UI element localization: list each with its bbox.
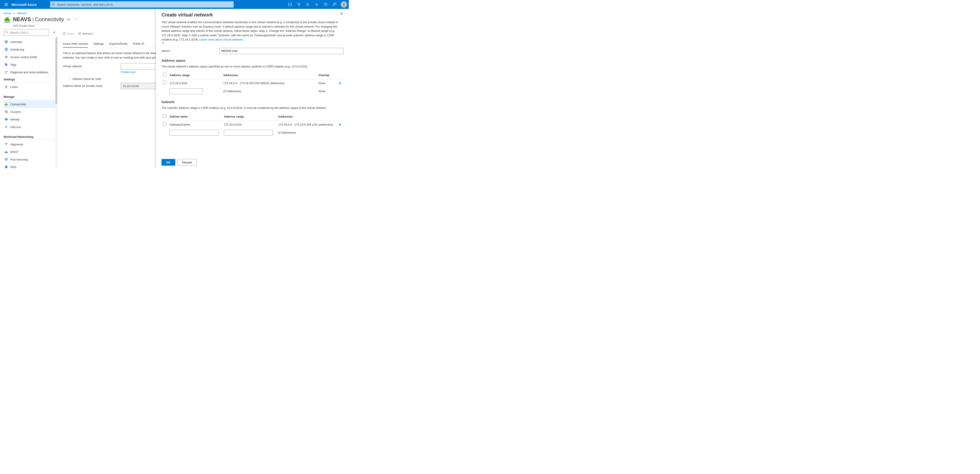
collapse-nav-button[interactable] [51,29,57,36]
tags-icon [5,63,8,66]
svg-line-21 [7,33,8,34]
nav-scrollbar[interactable] [55,37,57,169]
pin-button[interactable] [66,17,71,22]
hamburger-icon [5,3,8,6]
refresh-icon [78,32,81,35]
global-search-wrap [50,2,234,8]
nav-item-label: Connectivity [10,103,26,106]
settings-button[interactable] [312,0,321,9]
col-subnet-range: Address range [223,113,277,121]
name-input[interactable] [220,48,344,54]
refresh-label: Refresh [83,32,93,35]
addr-range: 172.24.0.0/16 [168,80,222,87]
help-button[interactable] [321,0,330,9]
cloud-shell-button[interactable] [286,0,294,9]
svg-rect-1 [5,4,8,5]
nav-item-tags[interactable]: Tags [3,61,57,68]
nav-scrollbar-thumb[interactable] [56,37,57,104]
col-addresses: Addresses [222,71,317,80]
svg-rect-37 [5,112,6,113]
more-button[interactable] [73,17,78,22]
notifications-button[interactable] [303,0,312,9]
nav-item-dhcp[interactable]: DHCP [3,148,57,156]
left-nav: OverviewActivity logAccess control (IAM)… [0,29,57,169]
tab-azure-vnet-connect[interactable]: Azure vNet connect [63,40,88,48]
svg-rect-38 [6,112,8,113]
external-link-icon [162,42,164,44]
nav-item-label: Port mirroring [10,158,28,161]
flyout-intro-text: This virtual network enables the communi… [161,21,338,41]
flyout-intro: This virtual network enables the communi… [161,20,344,44]
feedback-button[interactable] [330,0,339,9]
trash-icon [339,82,342,85]
nav-item-label: Access control (IAM) [10,56,37,59]
create-new-link[interactable]: Create new [121,70,161,74]
flyout-footer: OK Discard [156,156,349,169]
ok-button[interactable]: OK [161,159,175,165]
mirror-icon [5,157,8,161]
svg-rect-0 [5,3,8,3]
svg-point-3 [52,3,54,5]
directories-button[interactable] [294,0,303,9]
segments-icon [5,143,8,146]
addr-select-all[interactable] [163,73,166,76]
nav-item-identity[interactable]: Identity [3,116,57,123]
nav-item-access-control-iam-[interactable]: Access control (IAM) [3,53,57,61]
nav-item-activity-log[interactable]: Activity log [3,46,57,53]
nav-item-add-ons[interactable]: Add-ons [3,123,57,131]
global-search-input[interactable] [50,2,234,8]
subnet-name-input[interactable] [170,130,218,135]
tab-settings[interactable]: Settings [93,40,104,48]
subnet-range-input[interactable] [224,130,273,135]
svg-point-15 [9,22,10,23]
nav-item-diagnose-and-solve-problems[interactable]: Diagnose and solve problems [3,68,57,76]
address-space-heading: Address space [161,58,344,63]
account-avatar[interactable] [341,2,347,8]
page-title: NEAVS|Connectivity [13,16,64,22]
addr-range-input[interactable] [170,88,203,94]
tab-expressroute[interactable]: ExpressRoute [109,40,127,48]
vnet-input[interactable] [121,63,161,70]
close-button[interactable] [340,12,344,16]
discard-button[interactable]: Discard [178,159,197,165]
learn-more-vnet-label: Learn more about virtual networks [200,38,243,41]
hamburger-menu[interactable] [2,0,11,9]
breadcrumb-item[interactable]: NEAVS [18,11,27,15]
col-subnet-addresses: Addresses [277,113,337,121]
nav-item-dns[interactable]: DNSDNS [3,163,57,169]
nav-item-label: Clusters [10,110,21,113]
pin-icon [67,18,70,21]
addr-row-checkbox[interactable] [163,81,166,84]
globe-icon [5,40,8,44]
flyout-title: Create virtual network [161,12,340,18]
svg-point-14 [5,22,5,23]
delete-subnet-button[interactable] [339,123,342,126]
sub-row-checkbox[interactable] [163,122,166,126]
nav-item-port-mirroring[interactable]: Port mirroring [3,156,57,163]
nav-item-overview[interactable]: Overview [3,38,57,46]
refresh-button[interactable]: Refresh [78,32,93,35]
search-icon [5,31,8,34]
avatar-icon [342,2,346,6]
diag-icon [5,70,8,74]
breadcrumb-home[interactable]: Home [3,11,11,15]
tab-public-ip[interactable]: Public IP [133,40,144,48]
nav-item-connectivity[interactable]: Connectivity [3,100,57,108]
nav-item-locks[interactable]: Locks [3,83,57,91]
nav-search-input[interactable] [3,29,49,36]
nav-item-clusters[interactable]: Clusters [3,108,57,116]
flyout-body: This virtual network enables the communi… [156,20,349,156]
addr-vnet-label: Address block for vnet [72,76,124,81]
cloud-shell-icon [288,3,292,6]
svg-point-40 [5,119,6,119]
delete-addr-button[interactable] [339,82,342,85]
close-icon [340,12,344,16]
svg-rect-5 [288,3,291,6]
sub-select-all[interactable] [163,114,166,118]
svg-point-6 [316,4,317,5]
nav-item-segments[interactable]: Segments [3,140,57,148]
brand[interactable]: Microsoft Azure [11,3,37,6]
save-button[interactable]: Save [63,32,74,35]
nav-item-label: Tags [10,63,16,66]
svg-point-8 [334,3,335,5]
